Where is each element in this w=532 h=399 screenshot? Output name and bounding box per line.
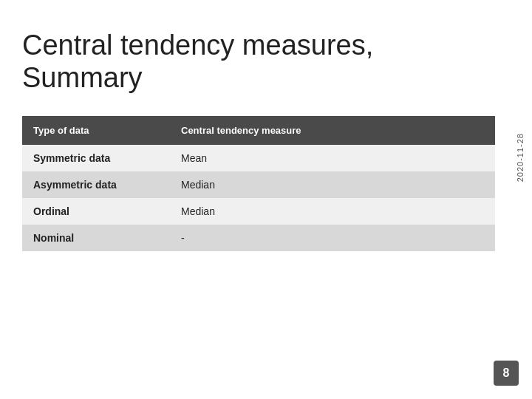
cell-type-3: Nominal [22,225,170,251]
cell-extra-0 [318,145,495,171]
cell-measure-3: - [170,225,318,251]
cell-extra-3 [318,225,495,251]
table-row: Asymmetric data Median [22,171,495,198]
cell-measure-0: Mean [170,145,318,171]
summary-table: Type of data Central tendency measure Sy… [22,116,495,251]
cell-extra-2 [318,198,495,225]
table-row: Ordinal Median [22,198,495,225]
date-label: 2020-11-28 [516,133,525,182]
slide: Central tendency measures, Summary 2020-… [0,0,532,399]
table-row: Nominal - [22,225,495,251]
cell-measure-2: Median [170,198,318,225]
header-measure: Central tendency measure [170,116,318,145]
cell-measure-1: Median [170,171,318,198]
header-empty [318,116,495,145]
page-number-badge: 8 [494,361,519,386]
table-header-row: Type of data Central tendency measure [22,116,495,145]
table-row: Symmetric data Mean [22,145,495,171]
header-type: Type of data [22,116,170,145]
cell-extra-1 [318,171,495,198]
slide-title: Central tendency measures, Summary [22,30,495,94]
cell-type-2: Ordinal [22,198,170,225]
cell-type-0: Symmetric data [22,145,170,171]
cell-type-1: Asymmetric data [22,171,170,198]
